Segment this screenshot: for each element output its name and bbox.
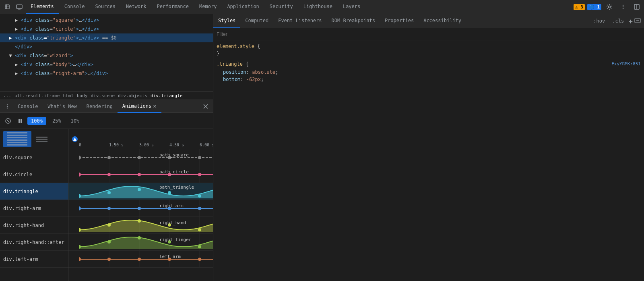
styles-filter-input[interactable] — [217, 31, 641, 37]
anim-label-circle[interactable]: div.circle — [0, 166, 68, 183]
drawer-tab-animations[interactable]: Animations × — [118, 100, 161, 113]
elements-panel: ▶ <div class="square">…</div> ▶ <div cla… — [0, 14, 213, 92]
warning-badge: ⚠ 3 — [574, 4, 585, 10]
tab-security[interactable]: Security — [265, 0, 298, 14]
hover-state-button[interactable]: :hov — [590, 17, 608, 25]
dom-line-body[interactable]: ▶ <div class="body">…</div> — [0, 60, 213, 69]
svg-point-168 — [198, 258, 201, 261]
settings-icon[interactable] — [604, 1, 615, 12]
class-toggle-button[interactable]: .cls — [609, 17, 627, 25]
svg-point-62 — [79, 173, 81, 177]
drawer-close-button[interactable] — [200, 101, 211, 112]
speed-25-button[interactable]: 25% — [49, 117, 65, 125]
anim-row-circle[interactable]: path_circle — [68, 166, 213, 183]
anim-row-right-hand-after[interactable]: right_finger — [68, 234, 213, 251]
animations-timeline[interactable]: 0 1.50 s 3.00 s 4.50 s 6.00 s 7.50 s 9.0… — [68, 129, 213, 281]
tab-computed[interactable]: Computed — [240, 14, 273, 28]
anim-row-right-hand[interactable]: right_hand — [68, 217, 213, 234]
rule-source[interactable]: ExyYRMK:851 — [611, 61, 641, 67]
tab-console[interactable]: Console — [60, 0, 90, 14]
tab-sources[interactable]: Sources — [90, 0, 120, 14]
rule-selector-element: element.style { — [217, 44, 641, 49]
tab-elements[interactable]: Elements — [26, 0, 59, 14]
timeline-header: 0 1.50 s 3.00 s 4.50 s 6.00 s 7.50 s 9.0… — [68, 129, 213, 149]
tab-application[interactable]: Application — [222, 0, 264, 14]
tab-dom-breakpoints[interactable]: DOM Breakpoints — [327, 14, 380, 28]
svg-point-86 — [198, 194, 201, 198]
styles-tabs-bar: Styles Computed Event Listeners DOM Brea… — [213, 14, 644, 28]
anim-label-triangle[interactable]: div.triangle — [0, 183, 68, 200]
add-style-rule-button[interactable]: + — [628, 17, 633, 25]
dom-line-square[interactable]: ▶ <div class="square">…</div> — [0, 16, 213, 25]
breadcrumb-dots[interactable]: ... — [3, 93, 11, 98]
svg-text:right_finger: right_finger — [159, 237, 192, 242]
breadcrumb-body[interactable]: body — [77, 93, 88, 98]
preview-line-3 — [36, 141, 47, 142]
drawer-tab-animations-close[interactable]: × — [153, 103, 156, 109]
svg-point-9 — [7, 104, 8, 105]
tab-event-listeners[interactable]: Event Listeners — [273, 14, 326, 28]
svg-rect-2 — [18, 9, 21, 10]
svg-rect-0 — [5, 5, 9, 9]
tab-memory[interactable]: Memory — [194, 0, 221, 14]
device-toolbar-icon[interactable] — [14, 1, 25, 12]
left-panel: ▶ <div class="square">…</div> ▶ <div cla… — [0, 14, 213, 281]
new-style-rule-icon[interactable] — [634, 17, 641, 25]
svg-rect-1 — [17, 5, 22, 8]
pause-animations-button[interactable] — [15, 116, 25, 126]
clear-animations-button[interactable] — [3, 116, 13, 126]
dom-line-circle[interactable]: ▶ <div class="circle">…</div> — [0, 25, 213, 33]
anim-row-triangle[interactable]: path_triangle — [68, 183, 213, 200]
tab-accessibility[interactable]: Accessibility — [419, 14, 466, 28]
dom-line-closediv[interactable]: </div> — [0, 42, 213, 51]
speed-100-button[interactable]: 100% — [27, 117, 46, 125]
timeline-ticks: 0 1.50 s 3.00 s 4.50 s 6.00 s 7.50 s 9.0… — [68, 129, 213, 147]
tab-properties[interactable]: Properties — [380, 14, 419, 28]
style-rule-element: element.style { } — [217, 44, 641, 56]
anim-label-right-hand[interactable]: div.right-hand — [0, 217, 68, 234]
inspect-icon[interactable] — [2, 1, 13, 12]
breadcrumb-triangle[interactable]: div.triangle — [151, 93, 182, 98]
drawer-tab-rendering[interactable]: Rendering — [82, 100, 118, 113]
anim-row-left-arm[interactable]: left_arm — [68, 251, 213, 268]
timeline-scrubber-icon[interactable] — [70, 134, 80, 144]
anim-row-right-arm[interactable]: right arm — [68, 200, 213, 217]
timeline-rows: path_square — [68, 149, 213, 268]
anim-label-right-hand-after[interactable]: div.right-hand::after — [0, 234, 68, 251]
rule-close-element: } — [217, 51, 641, 56]
svg-point-45 — [198, 156, 201, 159]
svg-point-144 — [107, 240, 111, 244]
panel-layout-icon[interactable] — [631, 1, 642, 12]
svg-line-15 — [7, 120, 9, 122]
tab-network[interactable]: Network — [121, 0, 151, 14]
speed-10-button[interactable]: 10% — [67, 117, 83, 125]
dom-line-wizard[interactable]: ▼ <div class="wizard"> — [0, 51, 213, 60]
devtools-toolbar: Elements Console Sources Network Perform… — [0, 0, 644, 14]
svg-point-63 — [107, 173, 111, 176]
tab-performance[interactable]: Performance — [152, 0, 194, 14]
tick-600: 6.00 s — [200, 143, 213, 147]
breadcrumb-objects[interactable]: div.objects — [118, 93, 147, 98]
drawer-tab-whats-new[interactable]: What's New — [43, 100, 82, 113]
anim-row-square[interactable]: path_square — [68, 149, 213, 166]
svg-rect-17 — [21, 119, 22, 123]
svg-text:path_circle: path_circle — [159, 169, 189, 175]
anim-label-right-arm[interactable]: div.right-arm — [0, 200, 68, 217]
anim-label-left-arm[interactable]: div.left-arm — [0, 251, 68, 268]
svg-point-147 — [198, 245, 201, 248]
more-options-icon[interactable] — [617, 1, 629, 12]
rule-selector-triangle: ExyYRMK:851 .triangle { — [217, 61, 641, 67]
tab-styles[interactable]: Styles — [213, 14, 240, 28]
svg-point-165 — [107, 258, 111, 261]
drawer-menu-icon[interactable] — [2, 101, 13, 112]
breadcrumb-html[interactable]: html — [63, 93, 74, 98]
anim-label-square[interactable]: div.square — [0, 149, 68, 166]
tab-layers[interactable]: Layers — [338, 0, 365, 14]
tab-lighthouse[interactable]: Lighthouse — [299, 0, 337, 14]
animations-left-column: div.square div.circle div.triangle div.r… — [0, 129, 68, 281]
drawer-tab-console[interactable]: Console — [13, 100, 43, 113]
dom-line-right-arm[interactable]: ▶ <div class="right-arm">…</div> — [0, 69, 213, 78]
dom-line-triangle[interactable]: ▶ <div class="triangle">…</div> == $0 — [0, 33, 213, 42]
breadcrumb-iframe[interactable]: ult.result-iframe — [14, 93, 60, 98]
breadcrumb-scene[interactable]: div.scene — [91, 93, 115, 98]
